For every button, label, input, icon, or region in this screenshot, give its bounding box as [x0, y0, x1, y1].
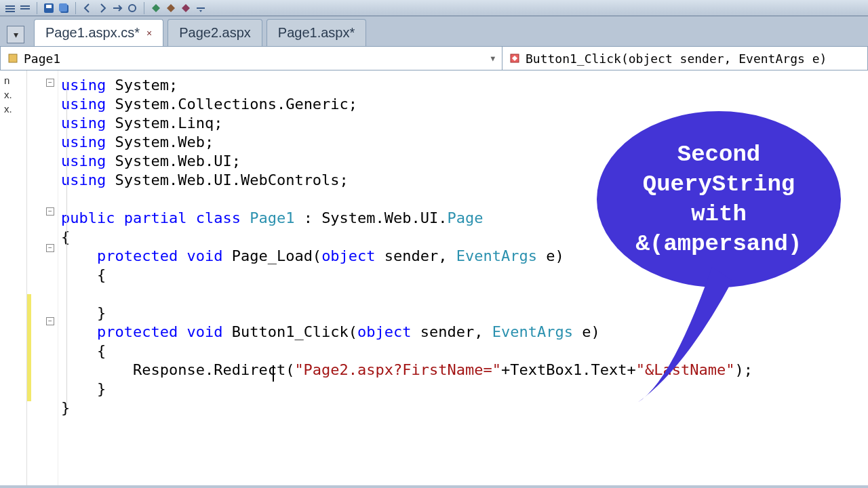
svg-rect-8: [59, 3, 67, 12]
close-icon: ▾: [14, 29, 18, 40]
toolbar-button[interactable]: [111, 2, 123, 14]
class-icon: [7, 52, 20, 64]
method-icon: [509, 52, 521, 64]
side-text: x.: [0, 102, 26, 116]
tab-page1-aspx[interactable]: Page1.aspx*: [267, 19, 366, 46]
callout-line: with: [636, 199, 802, 229]
side-text: n: [0, 73, 26, 87]
chevron-down-icon: ▼: [490, 54, 495, 63]
document-tabs: ▾ Page1.aspx.cs* × Page2.aspx Page1.aspx…: [0, 16, 868, 46]
separator: [144, 2, 144, 14]
close-panel-button[interactable]: ▾: [7, 26, 24, 43]
class-dropdown[interactable]: Page1 ▼: [1, 47, 502, 70]
change-marker: [27, 294, 31, 401]
svg-rect-3: [20, 5, 30, 7]
save-all-icon[interactable]: [58, 2, 70, 14]
fold-toggle[interactable]: −: [46, 317, 54, 325]
method-dropdown[interactable]: Button1_Click(object sender, EventArgs e…: [502, 47, 867, 70]
separator: [37, 2, 37, 14]
nav-back-icon[interactable]: [81, 2, 94, 14]
toolbar-button[interactable]: [150, 2, 162, 14]
overflow-icon[interactable]: [195, 2, 207, 14]
toolbar-button[interactable]: [19, 2, 31, 14]
toolbar-button[interactable]: [126, 2, 138, 14]
toolbar-button[interactable]: [165, 2, 177, 14]
toolbar-button[interactable]: [180, 2, 192, 14]
fold-toggle[interactable]: −: [46, 79, 54, 87]
svg-rect-4: [20, 8, 30, 9]
method-name: Button1_Click(object sender, EventArgs e…: [526, 52, 827, 66]
toolbar-button[interactable]: [4, 2, 16, 14]
tab-label: Page1.aspx*: [278, 25, 355, 41]
fold-toggle[interactable]: −: [46, 244, 54, 252]
svg-rect-6: [46, 5, 52, 8]
separator: [75, 2, 76, 14]
tab-label: Page2.aspx: [179, 25, 251, 41]
svg-rect-10: [197, 7, 205, 9]
callout-tail: [631, 247, 766, 409]
annotation-callout: Second QueryString with &(ampersand): [597, 111, 841, 301]
save-icon[interactable]: [43, 2, 55, 14]
callout-line: Second: [636, 140, 802, 169]
nav-forward-icon[interactable]: [96, 2, 108, 14]
class-name: Page1: [24, 52, 60, 66]
side-panel: n x. x.: [0, 70, 27, 485]
svg-point-9: [129, 5, 136, 12]
callout-line: QueryString: [636, 169, 802, 199]
code-area[interactable]: using System; using System.Collections.G…: [58, 70, 868, 485]
fold-toggle[interactable]: −: [46, 207, 54, 216]
tab-close-button[interactable]: ×: [146, 28, 152, 39]
svg-rect-0: [5, 5, 15, 7]
svg-rect-2: [5, 11, 15, 12]
text-cursor: [273, 365, 274, 382]
gutter: − − − −: [27, 70, 58, 485]
tab-page2-aspx[interactable]: Page2.aspx: [167, 19, 262, 46]
tab-label: Page1.aspx.cs*: [45, 25, 140, 41]
svg-rect-1: [5, 8, 15, 9]
navigation-bar: Page1 ▼ Button1_Click(object sender, Eve…: [0, 46, 868, 70]
side-text: x.: [0, 87, 26, 102]
toolbar: [0, 0, 868, 16]
tab-page1-cs[interactable]: Page1.aspx.cs* ×: [34, 19, 163, 46]
code-editor[interactable]: n x. x. − − − − using System; using Syst…: [0, 70, 868, 485]
svg-rect-11: [9, 54, 17, 62]
